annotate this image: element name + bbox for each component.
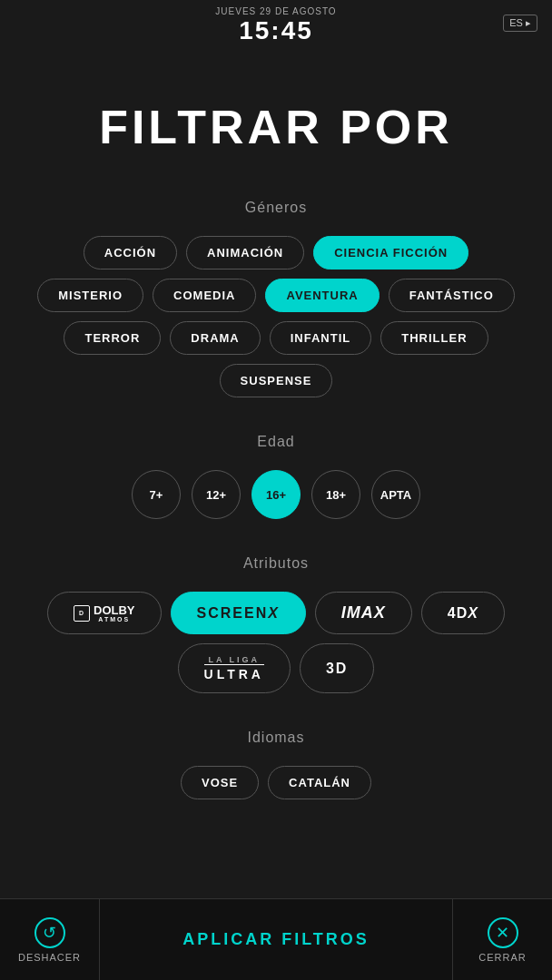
- deshacer-icon: ↺: [34, 917, 65, 948]
- languages-label: Idiomas: [27, 730, 525, 746]
- ultra-text: ULTRA: [204, 664, 264, 681]
- screenx-text: SCREENX: [197, 605, 280, 622]
- age-tags: 7+ 12+ 16+ 18+ APTA: [27, 470, 525, 519]
- page-title: FILTRAR POR: [0, 100, 552, 154]
- deshacer-button[interactable]: ↺ DESHACER: [0, 899, 100, 980]
- time-block: JUEVES 29 DE AGOSTO 15:45: [215, 6, 336, 45]
- age-16plus[interactable]: 16+: [251, 470, 301, 519]
- genre-fantastico[interactable]: FANTÁSTICO: [389, 279, 515, 312]
- attr-ultra[interactable]: LA LIGA ULTRA: [178, 643, 291, 693]
- genre-thriller[interactable]: THRILLER: [380, 321, 488, 355]
- genres-tags: ACCIÓN ANIMACIÓN CIENCIA FICCIÓN MISTERI…: [27, 236, 525, 397]
- 4dx-text: 4DX: [448, 605, 478, 622]
- genre-infantil[interactable]: INFANTIL: [270, 321, 372, 355]
- cerrar-button[interactable]: ✕ CERRAR: [452, 899, 552, 980]
- cerrar-icon: ✕: [488, 917, 518, 948]
- age-12plus[interactable]: 12+: [192, 470, 241, 519]
- attributes-label: Atributos: [27, 555, 525, 572]
- genre-terror[interactable]: TERROR: [64, 321, 161, 355]
- main-content: FILTRAR POR Géneros ACCIÓN ANIMACIÓN CIE…: [0, 0, 552, 926]
- status-time: 15:45: [215, 16, 336, 45]
- dolby-icon: D: [74, 605, 90, 622]
- genres-section: Géneros ACCIÓN ANIMACIÓN CIENCIA FICCIÓN…: [0, 200, 552, 397]
- age-7plus[interactable]: 7+: [132, 470, 181, 519]
- genre-comedia[interactable]: COMEDIA: [153, 279, 256, 312]
- bottom-bar: ↺ DESHACER APLICAR FILTROS ✕ CERRAR: [0, 898, 552, 980]
- dolby-text: DOLBY ATMOS: [94, 604, 135, 622]
- apply-button[interactable]: APLICAR FILTROS: [100, 899, 452, 980]
- genre-accion[interactable]: ACCIÓN: [84, 236, 177, 270]
- genre-aventura[interactable]: AVENTURA: [265, 279, 379, 312]
- attributes-tags: D DOLBY ATMOS SCREENX IMAX 4DX: [27, 592, 525, 693]
- attr-screenx[interactable]: SCREENX: [171, 592, 306, 634]
- genre-suspense[interactable]: SUSPENSE: [220, 364, 333, 397]
- lang-catalan[interactable]: CATALÁN: [268, 766, 371, 799]
- lang-vose[interactable]: VOSE: [181, 766, 259, 799]
- attributes-section: Atributos D DOLBY ATMOS SCREENX IMAX 4DX: [0, 555, 552, 693]
- deshacer-label: DESHACER: [18, 952, 81, 963]
- attr-imax[interactable]: IMAX: [315, 592, 412, 634]
- 3d-text: 3D: [326, 661, 348, 677]
- apply-label: APLICAR FILTROS: [182, 930, 370, 949]
- ultra-label-block: LA LIGA ULTRA: [204, 655, 264, 681]
- age-18plus[interactable]: 18+: [311, 470, 360, 519]
- status-date: JUEVES 29 DE AGOSTO: [215, 6, 336, 16]
- imax-text: IMAX: [341, 603, 386, 622]
- attr-3d[interactable]: 3D: [300, 643, 374, 693]
- genre-misterio[interactable]: MISTERIO: [37, 279, 143, 312]
- age-label: Edad: [27, 434, 525, 450]
- genre-animacion[interactable]: ANIMACIÓN: [186, 236, 304, 270]
- attr-dolby[interactable]: D DOLBY ATMOS: [47, 592, 162, 634]
- cerrar-label: CERRAR: [478, 952, 526, 963]
- genre-drama[interactable]: DRAMA: [170, 321, 260, 355]
- genre-ciencia-ficcion[interactable]: CIENCIA FICCIÓN: [313, 236, 468, 270]
- genres-label: Géneros: [27, 200, 525, 216]
- age-section: Edad 7+ 12+ 16+ 18+ APTA: [0, 434, 552, 519]
- language-badge[interactable]: ES ▸: [503, 15, 537, 32]
- languages-section: Idiomas VOSE CATALÁN: [0, 730, 552, 799]
- status-bar: JUEVES 29 DE AGOSTO 15:45 ES ▸: [0, 0, 552, 51]
- languages-tags: VOSE CATALÁN: [27, 766, 525, 799]
- age-apta[interactable]: APTA: [371, 470, 420, 519]
- attr-4dx[interactable]: 4DX: [421, 592, 505, 634]
